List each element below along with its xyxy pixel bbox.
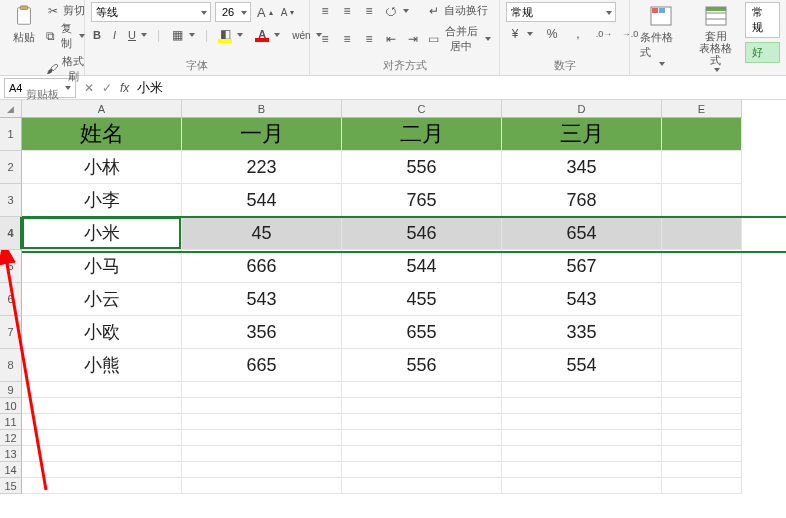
- cell-D2[interactable]: 345: [502, 151, 662, 184]
- col-header-E[interactable]: E: [662, 100, 742, 118]
- cell-C3[interactable]: 765: [342, 184, 502, 217]
- row-header-14[interactable]: 14: [0, 462, 22, 478]
- align-top-button[interactable]: ≡: [316, 3, 334, 19]
- font-color-button[interactable]: A: [253, 27, 282, 43]
- row-header-2[interactable]: 2: [0, 151, 22, 184]
- decrease-indent-button[interactable]: ⇤: [382, 31, 400, 47]
- cell-B7[interactable]: 356: [182, 316, 342, 349]
- cell-E5[interactable]: [662, 250, 742, 283]
- row-header-10[interactable]: 10: [0, 398, 22, 414]
- col-header-B[interactable]: B: [182, 100, 342, 118]
- select-all-corner[interactable]: ◢: [0, 100, 22, 118]
- row-header-3[interactable]: 3: [0, 184, 22, 217]
- cell-D1[interactable]: 三月: [502, 118, 662, 151]
- table-format-button[interactable]: 套用 表格格式: [691, 2, 742, 74]
- align-center-button[interactable]: ≡: [338, 31, 356, 47]
- row-header-8[interactable]: 8: [0, 349, 22, 382]
- increase-font-button[interactable]: A▴: [255, 4, 275, 21]
- cell-D4[interactable]: 654: [502, 217, 662, 250]
- row-header-13[interactable]: 13: [0, 446, 22, 462]
- cell-A5[interactable]: 小马: [22, 250, 182, 283]
- row-header-4[interactable]: 4: [0, 217, 22, 250]
- cell-B6[interactable]: 543: [182, 283, 342, 316]
- cell-A6[interactable]: 小云: [22, 283, 182, 316]
- cell-D5[interactable]: 567: [502, 250, 662, 283]
- cut-button[interactable]: ✂剪切: [44, 2, 87, 19]
- italic-button[interactable]: I: [111, 28, 118, 42]
- cell-A7[interactable]: 小欧: [22, 316, 182, 349]
- cell-B3[interactable]: 544: [182, 184, 342, 217]
- copy-button[interactable]: ⧉复制: [44, 20, 87, 52]
- cell-A1[interactable]: 姓名: [22, 118, 182, 151]
- merge-center-button[interactable]: ▭合并后居中: [426, 23, 493, 55]
- paste-button[interactable]: 粘贴: [6, 2, 42, 85]
- row-header-6[interactable]: 6: [0, 283, 22, 316]
- cell-E7[interactable]: [662, 316, 742, 349]
- fill-color-button[interactable]: ◧: [216, 26, 245, 44]
- cell-C4[interactable]: 546: [342, 217, 502, 250]
- wrap-text-button[interactable]: ↵自动换行: [425, 2, 490, 19]
- row-header-15[interactable]: 15: [0, 478, 22, 494]
- bold-button[interactable]: B: [91, 28, 103, 42]
- conditional-format-button[interactable]: 条件格式: [636, 2, 687, 74]
- row-header-5[interactable]: 5: [0, 250, 22, 283]
- cell-style-good[interactable]: 好: [745, 42, 780, 63]
- borders-button[interactable]: ▦: [168, 27, 197, 43]
- cell-D7[interactable]: 335: [502, 316, 662, 349]
- cell-E2[interactable]: [662, 151, 742, 184]
- cell-A8[interactable]: 小熊: [22, 349, 182, 382]
- cell-B2[interactable]: 223: [182, 151, 342, 184]
- col-header-C[interactable]: C: [342, 100, 502, 118]
- orientation-button[interactable]: ⭯: [382, 3, 411, 19]
- cell-C5[interactable]: 544: [342, 250, 502, 283]
- fx-icon: fx: [120, 81, 129, 95]
- cell-C8[interactable]: 556: [342, 349, 502, 382]
- font-name-combo[interactable]: 等线: [91, 2, 211, 22]
- decrease-font-button[interactable]: A▾: [279, 6, 297, 19]
- align-right-button[interactable]: ≡: [360, 31, 378, 47]
- cell-B4[interactable]: 45: [182, 217, 342, 250]
- accounting-format-button[interactable]: ¥: [506, 26, 535, 42]
- cell-E6[interactable]: [662, 283, 742, 316]
- number-format-combo[interactable]: 常规: [506, 2, 616, 22]
- row-header-11[interactable]: 11: [0, 414, 22, 430]
- cell-D6[interactable]: 543: [502, 283, 662, 316]
- cell-E8[interactable]: [662, 349, 742, 382]
- cell-style-normal[interactable]: 常规: [745, 2, 780, 38]
- percent-button[interactable]: %: [543, 26, 561, 42]
- cell-D3[interactable]: 768: [502, 184, 662, 217]
- cell-E1[interactable]: [662, 118, 742, 151]
- accept-formula-button[interactable]: ✓: [98, 79, 116, 97]
- align-left-button[interactable]: ≡: [316, 31, 334, 47]
- row-header-9[interactable]: 9: [0, 382, 22, 398]
- cell-B1[interactable]: 一月: [182, 118, 342, 151]
- cell-E4[interactable]: [662, 217, 742, 250]
- formula-input[interactable]: [133, 78, 786, 98]
- row-header-1[interactable]: 1: [0, 118, 22, 151]
- cell-C6[interactable]: 455: [342, 283, 502, 316]
- cell-C1[interactable]: 二月: [342, 118, 502, 151]
- cell-C7[interactable]: 655: [342, 316, 502, 349]
- align-middle-button[interactable]: ≡: [338, 3, 356, 19]
- increase-decimal-button[interactable]: .0→: [595, 26, 613, 42]
- table-format-icon: [702, 4, 730, 28]
- col-header-A[interactable]: A: [22, 100, 182, 118]
- cell-D8[interactable]: 554: [502, 349, 662, 382]
- underline-button[interactable]: U: [126, 28, 149, 42]
- font-size-combo[interactable]: 26: [215, 2, 251, 22]
- increase-indent-button[interactable]: ⇥: [404, 31, 422, 47]
- cell-B5[interactable]: 666: [182, 250, 342, 283]
- row-header-7[interactable]: 7: [0, 316, 22, 349]
- cell-C2[interactable]: 556: [342, 151, 502, 184]
- cell-A3[interactable]: 小李: [22, 184, 182, 217]
- cell-B8[interactable]: 665: [182, 349, 342, 382]
- cell-E3[interactable]: [662, 184, 742, 217]
- cell-area: 姓名 一月 二月 三月 小林 223 556 345 小李 544 765 76…: [22, 118, 786, 518]
- align-bottom-button[interactable]: ≡: [360, 3, 378, 19]
- col-header-D[interactable]: D: [502, 100, 662, 118]
- format-painter-button[interactable]: 🖌格式刷: [44, 53, 87, 85]
- comma-button[interactable]: ,: [569, 26, 587, 42]
- cell-A2[interactable]: 小林: [22, 151, 182, 184]
- row-header-12[interactable]: 12: [0, 430, 22, 446]
- cell-A4[interactable]: 小米: [22, 217, 182, 250]
